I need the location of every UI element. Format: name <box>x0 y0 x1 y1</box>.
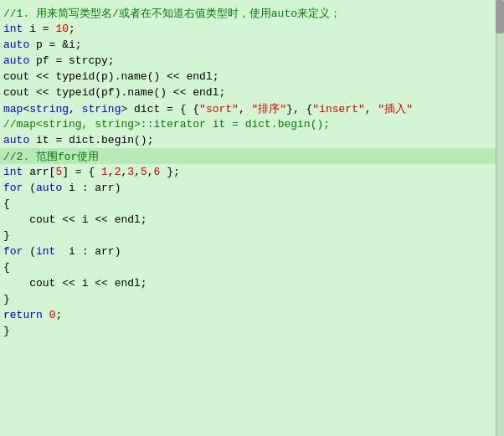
line-content: //2. 范围for使用 <box>0 149 504 164</box>
line-content: for (int i : arr) <box>0 245 504 258</box>
line-content: map<string, string> dict = { {"sort", "排… <box>0 101 504 116</box>
line-content: cout << typeid(p).name() << endl; <box>0 70 504 83</box>
code-line: int i = 10; <box>0 21 504 37</box>
code-line: return 0; <box>0 307 504 323</box>
line-content: int arr[5] = { 1,2,3,5,6 }; <box>0 166 504 178</box>
code-line: { <box>0 259 504 275</box>
line-content: cout << i << endl; <box>0 277 504 290</box>
code-line: { <box>0 196 504 212</box>
line-content: auto pf = strcpy; <box>0 54 504 67</box>
code-line: //map<string, string>::iterator it = dic… <box>0 116 504 132</box>
code-line: //1. 用来简写类型名/或者在不知道右值类型时，使用auto来定义； <box>0 5 504 21</box>
line-content: auto it = dict.begin(); <box>0 134 504 146</box>
scrollbar-right[interactable] <box>496 0 504 436</box>
code-line: //2. 范围for使用 <box>0 148 504 164</box>
line-content: cout << i << endl; <box>0 213 504 226</box>
line-content: } <box>0 325 504 337</box>
line-content: { <box>0 197 504 210</box>
code-line: } <box>0 228 504 244</box>
code-line: cout << i << endl; <box>0 212 504 228</box>
code-line: } <box>0 323 504 339</box>
code-container: //1. 用来简写类型名/或者在不知道右值类型时，使用auto来定义；int i… <box>0 0 504 436</box>
code-line: int arr[5] = { 1,2,3,5,6 }; <box>0 164 504 180</box>
code-line: auto p = &i; <box>0 37 504 53</box>
code-line: auto pf = strcpy; <box>0 53 504 69</box>
code-line: cout << typeid(pf).name() << endl; <box>0 85 504 100</box>
line-content: int i = 10; <box>0 23 504 35</box>
line-content: auto p = &i; <box>0 38 504 51</box>
line-content: } <box>0 293 504 305</box>
line-content: cout << typeid(pf).name() << endl; <box>0 86 504 99</box>
line-content: //1. 用来简写类型名/或者在不知道右值类型时，使用auto来定义； <box>0 6 504 21</box>
line-content: return 0; <box>0 309 504 321</box>
code-line: map<string, string> dict = { {"sort", "排… <box>0 100 504 116</box>
code-lines: //1. 用来简写类型名/或者在不知道右值类型时，使用auto来定义；int i… <box>0 5 504 339</box>
code-line: for (auto i : arr) <box>0 180 504 196</box>
line-content: for (auto i : arr) <box>0 182 504 194</box>
code-line: cout << i << endl; <box>0 275 504 291</box>
line-content: //map<string, string>::iterator it = dic… <box>0 118 504 131</box>
code-line: cout << typeid(p).name() << endl; <box>0 69 504 85</box>
code-line: for (int i : arr) <box>0 244 504 259</box>
code-line: } <box>0 291 504 307</box>
scrollbar-thumb[interactable] <box>496 0 504 33</box>
line-content: } <box>0 229 504 242</box>
line-content: { <box>0 261 504 274</box>
code-line: auto it = dict.begin(); <box>0 132 504 148</box>
